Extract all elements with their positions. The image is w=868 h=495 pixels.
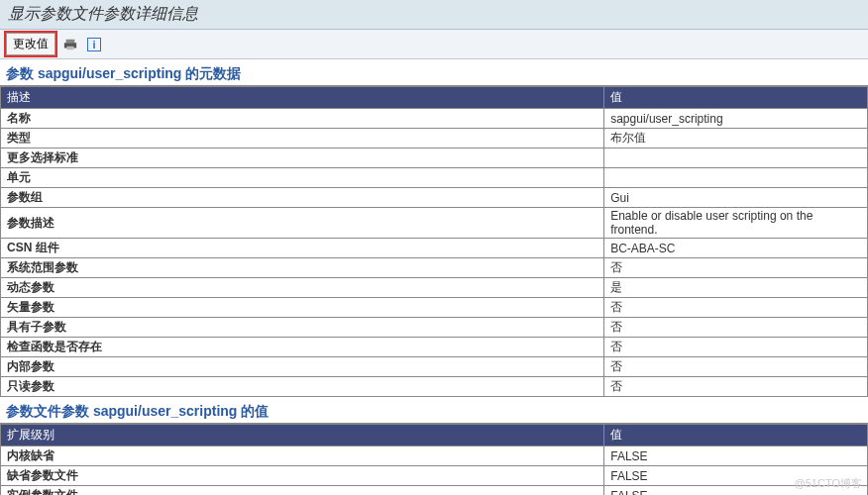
row-value: 否 — [604, 318, 868, 338]
row-label: 内部参数 — [1, 357, 604, 377]
page-title: 显示参数文件参数详细信息 — [0, 0, 868, 30]
row-value — [604, 148, 868, 168]
row-value: 否 — [604, 338, 868, 357]
table-row: 参数描述Enable or disable user scripting on … — [1, 208, 868, 239]
row-label: 具有子参数 — [1, 318, 604, 338]
header-desc: 扩展级别 — [1, 425, 604, 446]
row-label: 只读参数 — [1, 377, 604, 397]
row-value — [604, 168, 868, 188]
table-row: 更多选择标准 — [1, 148, 868, 168]
row-value: 否 — [604, 298, 868, 318]
values-table: 扩展级别 值 内核缺省FALSE缺省参数文件FALSE实例参数文件FALSE当前… — [0, 424, 868, 495]
section-values-title: 参数文件参数 sapgui/user_scripting 的值 — [0, 397, 868, 424]
row-label: 矢量参数 — [1, 298, 604, 318]
row-value: sapgui/user_scripting — [604, 109, 868, 129]
table-row: 系统范围参数否 — [1, 258, 868, 278]
table-row: 内部参数否 — [1, 357, 868, 377]
row-value: 布尔值 — [604, 129, 868, 148]
row-label: 参数组 — [1, 188, 604, 208]
row-label: 单元 — [1, 168, 604, 188]
print-icon[interactable] — [61, 36, 79, 53]
table-row: 动态参数是 — [1, 278, 868, 298]
section-metadata-title: 参数 sapgui/user_scripting 的元数据 — [0, 59, 868, 86]
table-row: 检查函数是否存在否 — [1, 338, 868, 357]
row-value: 否 — [604, 258, 868, 278]
row-label: CSN 组件 — [1, 239, 604, 258]
row-label: 实例参数文件 — [1, 486, 604, 496]
table-row: 缺省参数文件FALSE — [1, 466, 868, 486]
table-row: 矢量参数否 — [1, 298, 868, 318]
table-row: 实例参数文件FALSE — [1, 486, 868, 496]
info-icon[interactable]: i — [85, 36, 103, 53]
row-value: 是 — [604, 278, 868, 298]
row-value: 否 — [604, 357, 868, 377]
table-row: CSN 组件BC-ABA-SC — [1, 239, 868, 258]
svg-rect-0 — [66, 39, 75, 43]
header-val: 值 — [604, 425, 868, 446]
header-desc: 描述 — [1, 87, 604, 109]
header-val: 值 — [604, 87, 868, 109]
row-label: 类型 — [1, 129, 604, 148]
table-row: 类型布尔值 — [1, 129, 868, 148]
row-value: FALSE — [604, 446, 868, 466]
row-label: 检查函数是否存在 — [1, 338, 604, 357]
svg-rect-2 — [67, 46, 74, 50]
row-value: BC-ABA-SC — [604, 239, 868, 258]
row-label: 名称 — [1, 109, 604, 129]
table-row: 单元 — [1, 168, 868, 188]
row-label: 内核缺省 — [1, 446, 604, 466]
metadata-table: 描述 值 名称sapgui/user_scripting类型布尔值更多选择标准单… — [0, 86, 868, 397]
change-value-button[interactable]: 更改值 — [6, 33, 55, 55]
table-row: 具有子参数否 — [1, 318, 868, 338]
table-header: 描述 值 — [1, 87, 868, 109]
row-label: 参数描述 — [1, 208, 604, 239]
row-value: Enable or disable user scripting on the … — [604, 208, 868, 239]
table-row: 只读参数否 — [1, 377, 868, 397]
table-row: 参数组Gui — [1, 188, 868, 208]
table-row: 内核缺省FALSE — [1, 446, 868, 466]
toolbar: 更改值 i — [0, 30, 868, 59]
row-value: 否 — [604, 377, 868, 397]
row-label: 动态参数 — [1, 278, 604, 298]
row-value: Gui — [604, 188, 868, 208]
watermark: @51CTO博客 — [795, 476, 862, 491]
table-row: 名称sapgui/user_scripting — [1, 109, 868, 129]
row-label: 缺省参数文件 — [1, 466, 604, 486]
table-header: 扩展级别 值 — [1, 425, 868, 446]
row-label: 系统范围参数 — [1, 258, 604, 278]
row-label: 更多选择标准 — [1, 148, 604, 168]
